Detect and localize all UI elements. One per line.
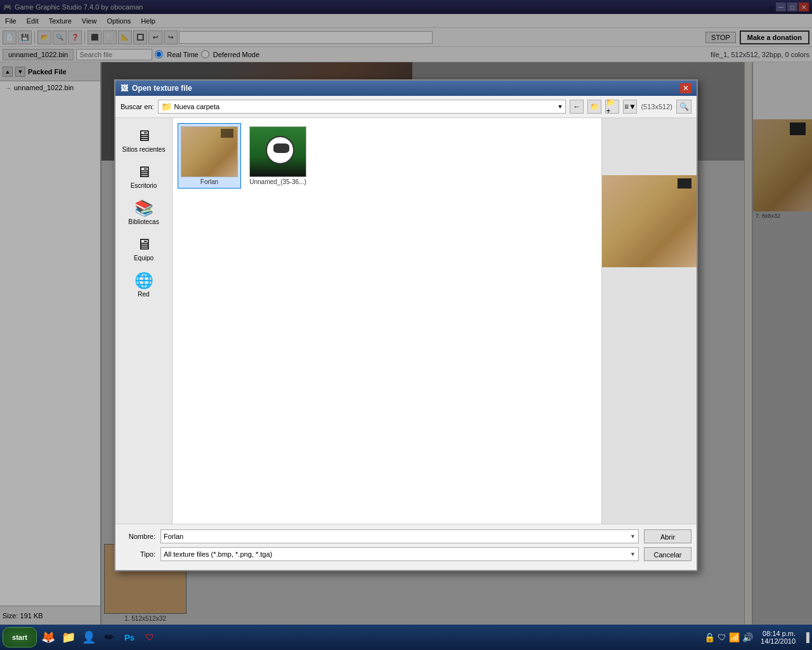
sidebar-recent-label: Sitios recientes <box>122 146 166 153</box>
nav-view-button[interactable]: ≡▼ <box>623 100 637 114</box>
tray-show-desktop[interactable]: ▐ <box>803 632 809 642</box>
taskbar-ps[interactable]: Ps <box>121 628 138 646</box>
tray-icon-4[interactable]: 🔊 <box>742 632 753 642</box>
forlan-filename: Forlan <box>200 178 218 185</box>
dialog-sidebar: 🖥 Sitios recientes 🖥 Escritorio 📚 Biblio… <box>115 118 173 524</box>
dialog-close-button[interactable]: ✕ <box>680 83 691 93</box>
tipo-row: Tipo: ▼ Cancelar <box>121 547 691 561</box>
nombre-dropdown-arrow[interactable]: ▼ <box>630 533 636 540</box>
start-button[interactable]: start <box>3 627 37 647</box>
sidebar-desktop[interactable]: 🖥 Escritorio <box>115 159 172 193</box>
soccer-patch <box>273 143 289 153</box>
clock-date: 14/12/2010 <box>761 637 796 645</box>
tray-icon-2[interactable]: 🛡 <box>717 632 726 642</box>
tray-icon-3[interactable]: 📶 <box>729 632 740 642</box>
cancelar-button[interactable]: Cancelar <box>644 547 691 561</box>
taskbar-right: 🔒 🛡 📶 🔊 08:14 p.m. 14/12/2010 ▐ <box>704 630 809 645</box>
libraries-icon: 📚 <box>134 199 154 217</box>
file-thumb-unnamed[interactable]: Unnamed_(35-36...) <box>246 123 310 189</box>
desktop-icon: 🖥 <box>136 163 152 181</box>
sidebar-network-label: Red <box>138 291 149 298</box>
unnamed-filename: Unnamed_(35-36...) <box>249 178 306 185</box>
modal-overlay: 🖼 Open texture file ✕ Buscar en: 📁 Nueva… <box>0 0 812 650</box>
nav-folder-button[interactable]: 📁 <box>587 100 601 114</box>
nav-new-folder-button[interactable]: 📁+ <box>605 100 619 114</box>
abrir-button[interactable]: Abrir <box>644 529 691 543</box>
preview-dark-badge <box>678 178 691 189</box>
soccer-art <box>250 126 306 177</box>
open-dialog: 🖼 Open texture file ✕ Buscar en: 📁 Nueva… <box>114 79 698 571</box>
taskbar-av[interactable]: 🛡 <box>141 628 159 646</box>
preview-top-area <box>602 118 697 175</box>
nombre-label: Nombre: <box>121 533 155 540</box>
dialog-toolbar: Buscar en: 📁 Nueva carpeta ▼ ← 📁 📁+ ≡▼ (… <box>115 96 697 118</box>
preview-main-image <box>602 175 697 267</box>
dialog-title: Open texture file <box>132 84 680 93</box>
recent-icon: 🖥 <box>136 127 152 145</box>
preview-size-label: (513x512) <box>641 103 672 110</box>
taskbar-user[interactable]: 👤 <box>80 628 98 646</box>
taskbar-pen[interactable]: ✏ <box>100 628 118 646</box>
tray-icon-1[interactable]: 🔒 <box>704 632 715 642</box>
dialog-file-area[interactable]: Forlan Unnamed_(35-36...) <box>173 118 601 524</box>
network-icon: 🌐 <box>134 272 154 289</box>
forlan-face-art <box>181 126 237 177</box>
nav-back-button[interactable]: ← <box>570 100 584 114</box>
taskbar: start 🦊 📁 👤 ✏ Ps 🛡 🔒 🛡 📶 🔊 08:14 p.m. 14… <box>0 625 812 650</box>
sidebar-network[interactable]: 🌐 Red <box>115 268 172 302</box>
dialog-preview-button[interactable]: 🔍 <box>676 100 691 114</box>
tipo-input-wrapper[interactable]: ▼ <box>160 547 639 561</box>
tipo-dropdown-arrow[interactable]: ▼ <box>630 551 636 557</box>
taskbar-explorer[interactable]: 📁 <box>60 628 77 646</box>
forlan-thumbnail <box>181 126 238 177</box>
nombre-input[interactable] <box>164 533 627 540</box>
preview-bottom-area <box>602 267 697 524</box>
dialog-bottom: Nombre: ▼ Abrir Tipo: ▼ Cancelar <box>115 524 697 570</box>
location-text: Nueva carpeta <box>174 103 555 110</box>
sidebar-libraries-label: Bibliotecas <box>128 218 159 225</box>
sidebar-libraries[interactable]: 📚 Bibliotecas <box>115 196 172 229</box>
sidebar-computer[interactable]: 🖥 Equipo <box>115 232 172 265</box>
dialog-body: 🖥 Sitios recientes 🖥 Escritorio 📚 Biblio… <box>115 118 697 524</box>
dialog-titlebar: 🖼 Open texture file ✕ <box>115 81 697 96</box>
tipo-input[interactable] <box>164 550 627 558</box>
location-combo[interactable]: 📁 Nueva carpeta ▼ <box>158 100 566 114</box>
dialog-icon: 🖼 <box>121 84 128 93</box>
dialog-preview-panel <box>601 118 697 524</box>
computer-icon: 🖥 <box>136 235 152 253</box>
tipo-label: Tipo: <box>121 550 155 558</box>
forlan-dark-patch <box>221 129 233 138</box>
nombre-input-wrapper[interactable]: ▼ <box>160 529 639 543</box>
taskbar-firefox[interactable]: 🦊 <box>39 628 57 646</box>
sidebar-computer-label: Equipo <box>134 255 154 262</box>
nombre-row: Nombre: ▼ Abrir <box>121 529 691 543</box>
combo-arrow-icon: ▼ <box>558 103 563 110</box>
folder-icon: 📁 <box>161 102 172 112</box>
sidebar-desktop-label: Escritorio <box>131 182 157 189</box>
buscar-label: Buscar en: <box>121 103 154 110</box>
clock: 08:14 p.m. 14/12/2010 <box>756 630 801 645</box>
unnamed-thumbnail <box>249 126 306 177</box>
file-thumb-forlan[interactable]: Forlan <box>178 123 241 189</box>
clock-time: 08:14 p.m. <box>761 630 796 637</box>
sidebar-recent[interactable]: 🖥 Sitios recientes <box>115 123 172 157</box>
soccer-ball <box>266 136 294 164</box>
